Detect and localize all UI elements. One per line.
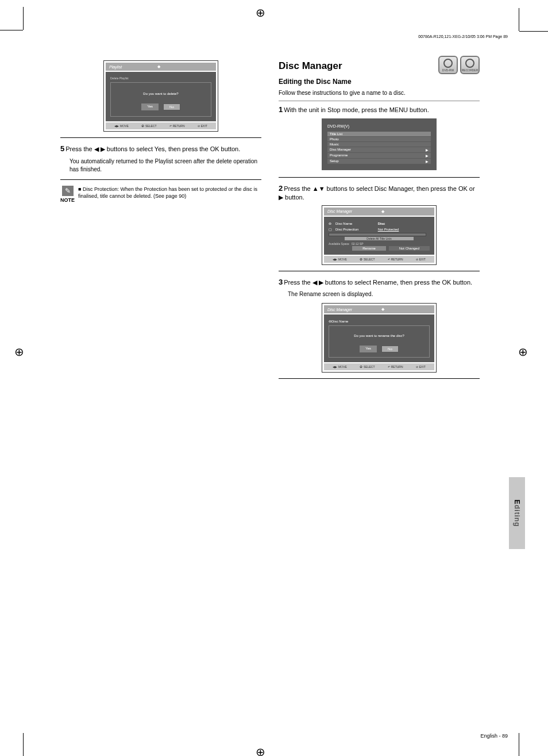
select-softkey: ⦿ SELECT [141,124,156,128]
crop-mark [23,7,24,30]
note-label: NOTE [60,197,75,203]
page-number: English - 89 [480,733,508,739]
diamond-icon: ◆ [381,209,384,214]
menu-item-setup[interactable]: Setup▶ [327,159,431,164]
select-softkey: ⦿ SELECT [360,258,375,261]
confirm-message: Do you want to delete? [115,92,206,95]
no-button[interactable]: No [163,103,180,110]
divider [279,378,480,379]
disc-name-label: Disc Name [331,320,348,323]
move-softkey: ◀▶ MOVE [333,258,347,261]
menu-item-disc-manager[interactable]: Disc Manager▶ [327,147,431,152]
exit-softkey: ⊘ EXIT [416,258,426,261]
compat-badges: DVD-RW RECORDER [438,56,480,74]
figure-subtitle: Delete Playlist [110,76,211,80]
crop-mark [0,30,23,30]
registration-mark-icon: ⊕ [14,345,24,359]
divider [60,179,261,180]
menu-item-programme[interactable]: Programme▶ [327,153,431,158]
menu-item-music[interactable]: Music [327,142,431,147]
select-softkey: ⦿ SELECT [360,365,375,369]
available-space-value: 02:12 SP [352,242,364,245]
left-column: Playlist◆ Delete Playlist Do you want to… [60,43,261,385]
used-space-bar [329,233,426,236]
step-5-sub: You automatically returned to the Playli… [70,158,261,174]
crop-mark [519,733,519,756]
rename-confirm-figure: Disc Manager◆ ⊚Disc Name Do you want to … [322,303,437,373]
lock-icon: ▢ [329,227,335,231]
screen-figure-delete-playlist: Playlist◆ Delete Playlist Do you want to… [103,60,218,132]
figure-title: Disc Manager [327,308,352,312]
disc-name-value: Disc [378,222,385,225]
diamond-icon: ◆ [157,64,160,69]
disc-name-label: Disc Name [335,222,377,225]
content-area: Playlist◆ Delete Playlist Do you want to… [60,43,480,722]
yes-button[interactable]: Yes [360,346,377,352]
rename-option[interactable]: Rename [352,246,386,251]
soft-button-row: ◀▶ MOVE ⦿ SELECT ↶ RETURN ⊘ EXIT [324,256,434,263]
recorder-badge-icon: RECORDER [460,56,480,74]
yes-button[interactable]: Yes [141,103,159,110]
divider [60,137,261,138]
side-tab: Editing [509,477,525,549]
registration-mark-icon: ⊕ [256,6,265,20]
return-softkey: ↶ RETURN [388,365,403,369]
step-2: 2Press the ▲▼ buttons to select Disc Man… [279,183,480,202]
right-column: Disc Manager DVD-RW RECORDER Editing the… [279,43,480,385]
registration-mark-icon: ⊕ [256,745,265,756]
protection-value: Not Protected [378,228,399,231]
exit-softkey: ⊘ EXIT [416,365,426,369]
disc-manager-figure: Disc Manager◆ ⊚Disc Name Disc ▢Disc Prot… [322,205,437,265]
intro-text: Follow these instructions to give a name… [279,89,480,97]
divider [279,101,480,101]
subheading: Editing the Disc Name [279,78,480,86]
confirm-message: Do you want to rename the disc? [334,334,424,337]
registration-mark-icon: ⊕ [518,345,528,359]
delete-all-bar: Delete All Title Lists [345,237,414,240]
available-space-label: Available Space [329,242,349,245]
pencil-note-icon: ✎ [62,186,74,196]
soft-button-row: ◀▶ MOVE ⦿ SELECT ↶ RETURN ⊘ EXIT [324,363,434,370]
crop-mark [519,31,548,32]
disc-type-label: DVD-RW(V) [327,124,431,128]
figure-title: Disc Manager [327,209,352,213]
return-softkey: ↶ RETURN [169,124,185,128]
no-button[interactable]: No [381,346,399,352]
protection-label: Disc Protection [335,228,377,231]
menu-item-title-list[interactable]: Title List [327,132,431,136]
return-softkey: ↶ RETURN [388,258,403,261]
header-line: 00786A-R120,121-XEG-2/10/05 3:06 PM Page… [418,34,508,39]
soft-button-row: ◀▶ MOVE ⦿ SELECT ↶ RETURN ⊘ EXIT [106,122,216,129]
dvd-rw-badge-icon: DVD-RW [438,56,458,74]
crop-mark [23,733,24,756]
step-3: 3Press the ◀ ▶ buttons to select Rename,… [279,277,480,287]
move-softkey: ◀▶ MOVE [333,365,347,369]
disc-icon: ⊚ [329,221,335,225]
divider [279,271,480,271]
main-menu-figure: DVD-RW(V) Title List Photo Music Disc Ma… [322,118,437,170]
figure-title: Playlist [109,65,122,69]
note-block: ✎ NOTE ■ Disc Protection: When the Prote… [60,186,261,203]
step-5: 5Press the ◀ ▶ buttons to select Yes, th… [60,144,261,154]
exit-softkey: ⊘ EXIT [198,124,207,128]
diamond-icon: ◆ [381,307,384,312]
divider [279,177,480,178]
menu-item-photo[interactable]: Photo [327,137,431,141]
crop-mark [519,8,519,31]
step-3-sub: The Rename screen is displayed. [288,290,480,298]
note-text: ■ Disc Protection: When the Protection h… [78,186,261,199]
not-changed-option[interactable]: Not Changed [389,246,430,251]
step-1: 1With the unit in Stop mode, press the M… [279,105,480,115]
page: ⊕ ⊕ ⊕ ⊕ 00786A-R120,121-XEG-2/10/05 3:06… [0,0,548,756]
move-softkey: ◀▶ MOVE [114,124,129,128]
